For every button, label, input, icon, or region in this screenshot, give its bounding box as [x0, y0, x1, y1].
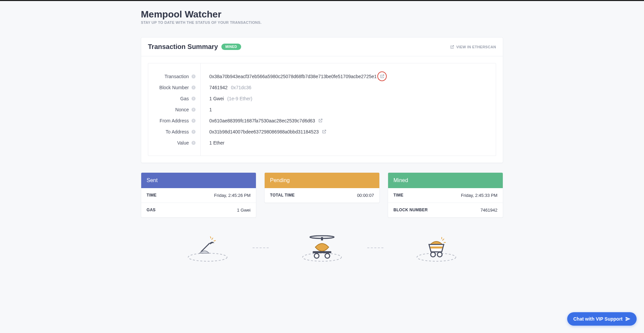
value-sent-gas: 1 Gwei — [237, 208, 251, 213]
info-icon[interactable]: i — [192, 86, 196, 90]
page-subtitle: STAY UP TO DATE WITH THE STATUS OF YOUR … — [141, 20, 503, 24]
value-block-number: 7461942 — [209, 85, 228, 90]
info-icon[interactable]: i — [192, 108, 196, 112]
value-pending-total-time: 00:00:07 — [357, 193, 374, 198]
section-title: Transaction Summary — [148, 43, 218, 51]
value-gas-note: (1e-9 Ether) — [227, 96, 253, 101]
stage-card-mined: Mined TIMEFriday, 2:45:33 PM BLOCK NUMBE… — [388, 172, 503, 218]
label-time: TIME — [393, 193, 404, 198]
external-link-icon — [450, 45, 454, 49]
stage-card-pending: Pending TOTAL TIME00:00:07 — [264, 172, 380, 203]
svg-point-6 — [325, 254, 330, 258]
value-nonce: 1 — [209, 107, 212, 112]
stage-title: Mined — [388, 173, 503, 188]
value-transaction-hash: 0x38a70b943eacf37eb566a5980c25078d68fb7d… — [209, 74, 377, 79]
svg-point-10 — [437, 252, 442, 257]
label-gas: GAS — [147, 208, 156, 213]
label-block-number: Block Number — [159, 85, 189, 90]
view-in-etherscan-link[interactable]: VIEW IN ETHERSCAN — [450, 45, 496, 49]
external-link-icon[interactable] — [322, 129, 326, 134]
value-from-address: 0x610ae88399fc1687fa7530aac28ec2539c7d6d… — [209, 118, 315, 123]
label-block-number: BLOCK NUMBER — [393, 208, 428, 213]
illustration-row — [141, 232, 503, 273]
info-icon[interactable]: i — [192, 141, 196, 145]
info-icon[interactable]: i — [192, 97, 196, 101]
label-from: From Address — [160, 118, 189, 123]
label-nonce: Nonce — [175, 107, 189, 112]
external-link-icon[interactable] — [318, 118, 323, 123]
stage-card-sent: Sent TIMEFriday, 2:45:26 PM GAS1 Gwei — [141, 172, 256, 218]
illustration-minecart — [383, 232, 490, 263]
value-ether: 1 Ether — [209, 140, 224, 146]
external-link-icon[interactable] — [380, 74, 384, 78]
transaction-summary-card: Transaction Summary MINED VIEW IN ETHERS… — [141, 37, 503, 163]
value-sent-time: Friday, 2:45:26 PM — [214, 193, 251, 198]
svg-rect-4 — [313, 251, 331, 253]
svg-point-0 — [188, 253, 227, 261]
status-badge: MINED — [221, 44, 241, 50]
stage-title: Pending — [265, 173, 379, 188]
page-title: Mempool Watcher — [141, 9, 503, 20]
value-gas: 1 Gwei — [209, 96, 224, 101]
stage-title: Sent — [141, 173, 256, 188]
info-icon[interactable]: i — [192, 130, 196, 134]
svg-point-5 — [314, 254, 319, 258]
label-time: TIME — [147, 193, 157, 198]
illustration-helicopter — [269, 232, 375, 263]
svg-rect-8 — [430, 246, 442, 248]
info-icon[interactable]: i — [192, 74, 196, 78]
value-mined-block: 7461942 — [480, 208, 497, 213]
value-to-address: 0x31b98d14007bdee637298086988a0bbd311845… — [209, 129, 319, 134]
svg-point-1 — [303, 253, 341, 261]
svg-point-9 — [431, 252, 435, 257]
value-mined-time: Friday, 2:45:33 PM — [461, 193, 497, 198]
label-value: Value — [177, 140, 189, 146]
label-to: To Address — [166, 129, 189, 134]
value-block-number-hex: 0x71dc36 — [231, 85, 252, 90]
illustration-pickaxe — [154, 232, 261, 263]
info-icon[interactable]: i — [192, 119, 196, 123]
svg-rect-3 — [321, 237, 323, 240]
label-gas: Gas — [180, 96, 189, 101]
label-total-time: TOTAL TIME — [270, 193, 295, 198]
label-transaction: Transaction — [164, 74, 189, 79]
svg-point-7 — [417, 253, 456, 261]
